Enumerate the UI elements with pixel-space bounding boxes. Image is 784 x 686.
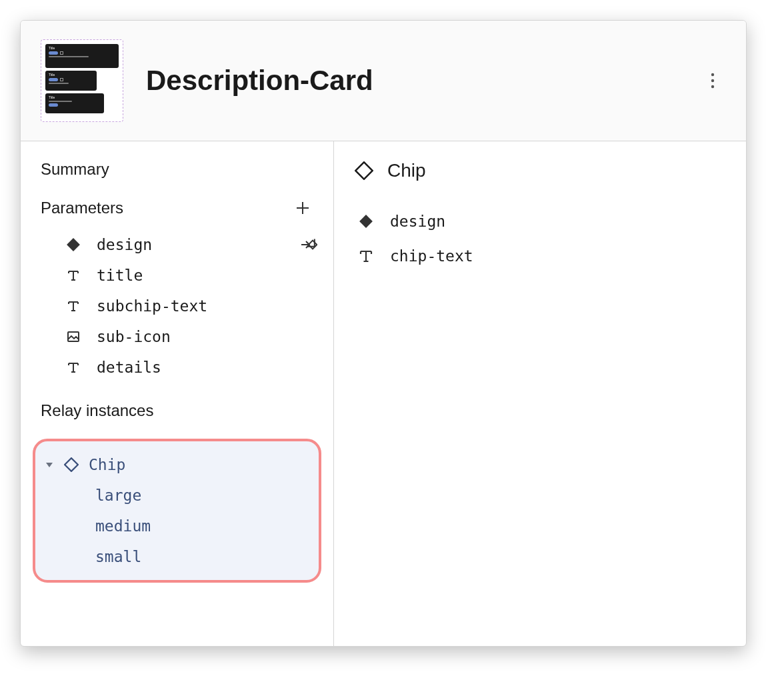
relay-child-small[interactable]: small xyxy=(35,541,319,572)
parameters-label: Parameters xyxy=(41,199,123,217)
parameters-list: design title xyxy=(21,229,333,383)
parameter-item-design[interactable]: design xyxy=(21,229,333,260)
right-item-design[interactable]: design xyxy=(354,204,726,239)
diamond-solid-icon xyxy=(65,236,82,253)
text-icon xyxy=(65,267,82,284)
triangle-down-icon xyxy=(45,461,53,468)
svg-point-1 xyxy=(711,79,714,82)
right-properties-list: design chip-text xyxy=(354,204,726,273)
svg-rect-7 xyxy=(68,332,79,341)
parameter-item-title[interactable]: title xyxy=(21,260,333,291)
relay-child-medium[interactable]: medium xyxy=(35,511,319,541)
relay-instance-highlight: Chip large medium small xyxy=(33,439,321,583)
collapse-toggle[interactable] xyxy=(45,460,54,469)
parameters-section-header: Parameters xyxy=(21,197,333,219)
left-column: Summary Parameters design xyxy=(21,141,334,646)
parameter-item-subchip-text[interactable]: subchip-text xyxy=(21,291,333,321)
parameter-item-details[interactable]: details xyxy=(21,352,333,383)
plus-icon xyxy=(295,201,310,215)
svg-rect-10 xyxy=(359,215,373,228)
relay-instances-label: Relay instances xyxy=(21,401,333,420)
svg-rect-9 xyxy=(355,162,372,179)
text-icon xyxy=(65,359,82,376)
more-options-button[interactable] xyxy=(699,67,726,94)
right-panel-title: Chip xyxy=(387,160,426,181)
svg-rect-5 xyxy=(67,238,80,251)
component-thumbnail: Title Title Title xyxy=(41,39,123,122)
right-panel-header: Chip xyxy=(354,160,726,181)
component-title: Description-Card xyxy=(146,65,699,97)
relay-instance-chip[interactable]: Chip xyxy=(35,449,319,480)
svg-point-2 xyxy=(711,85,714,88)
diamond-outline-icon xyxy=(354,161,374,181)
svg-point-0 xyxy=(711,73,714,76)
assign-parameter-button[interactable] xyxy=(300,236,317,253)
text-icon xyxy=(65,297,82,315)
right-item-chip-text[interactable]: chip-text xyxy=(354,239,726,273)
svg-rect-8 xyxy=(65,458,78,471)
diamond-solid-icon xyxy=(357,212,375,231)
text-icon xyxy=(357,247,375,265)
image-icon xyxy=(65,328,82,345)
summary-section-label[interactable]: Summary xyxy=(21,160,333,179)
parameter-item-sub-icon[interactable]: sub-icon xyxy=(21,321,333,352)
add-parameter-button[interactable] xyxy=(292,197,313,219)
relay-child-large[interactable]: large xyxy=(35,480,319,511)
right-column: Chip design chip-text xyxy=(334,141,746,646)
diamond-outline-icon xyxy=(63,457,79,473)
panel-body: Summary Parameters design xyxy=(21,141,746,646)
assign-icon xyxy=(300,236,317,253)
component-panel: Title Title Title Description-Card xyxy=(20,20,747,647)
more-vertical-icon xyxy=(711,73,715,89)
panel-header: Title Title Title Description-Card xyxy=(21,21,746,141)
